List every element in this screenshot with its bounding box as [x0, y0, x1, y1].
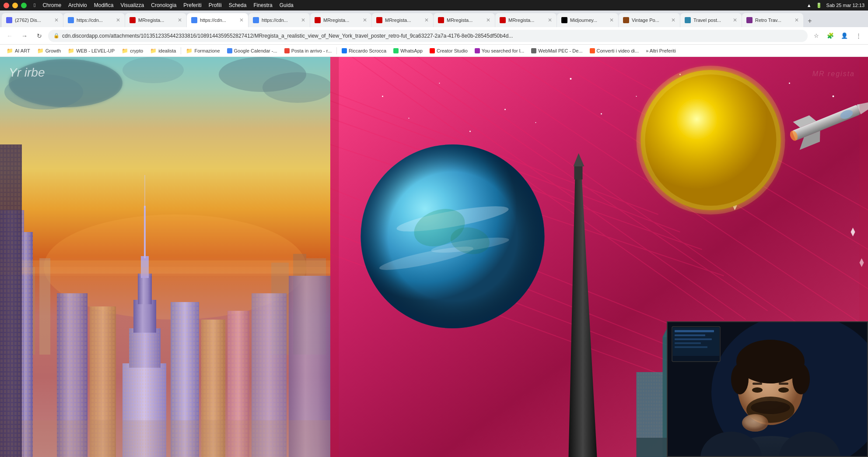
browser-tab-8[interactable]: MRregista... ✕ — [434, 13, 495, 27]
bookmark-label: Converti i video di... — [597, 48, 639, 53]
bookmark-formazione[interactable]: 📁 Formazione — [183, 46, 223, 55]
tab-title-7: MRregista... — [385, 18, 411, 23]
tab-close-3[interactable]: ✕ — [178, 17, 182, 23]
bookmark-favicon — [227, 48, 232, 53]
extensions-icon[interactable]: 🧩 — [824, 30, 836, 42]
bookmark-label: idealista — [158, 48, 176, 53]
tab-title-2: https://cdn... — [77, 18, 103, 23]
tab-close-12[interactable]: ✕ — [733, 17, 737, 23]
bookmark-web-level-up[interactable]: 📁 WEB - LEVEL-UP — [65, 46, 118, 55]
menu-finestra[interactable]: Finestra — [253, 2, 272, 8]
svg-point-8 — [262, 72, 330, 103]
bookmark-label: WhatsApp — [400, 48, 423, 53]
tab-close-7[interactable]: ✕ — [424, 17, 429, 23]
browser-tab-6[interactable]: MRregista... ✕ — [310, 13, 371, 27]
right-watermark: MR regista — [812, 70, 855, 78]
menu-scheda[interactable]: Scheda — [229, 2, 247, 8]
person-svg — [668, 322, 868, 457]
bookmark-creator-studio[interactable]: Creator Studio — [427, 47, 471, 55]
tab-title-1: (2762) Dis... — [15, 18, 41, 23]
toolbar-right: ☆ 🧩 👤 ⋮ — [810, 30, 864, 42]
bookmark-label: WebMail PEC - De... — [538, 48, 582, 53]
new-tab-button[interactable]: + — [804, 15, 816, 27]
bookmark-posta[interactable]: Posta in arrivo - r... — [281, 47, 335, 55]
tab-favicon-9 — [500, 17, 506, 23]
address-bar[interactable]: 🔒 cdn.discordapp.com/attachments/1013512… — [48, 30, 808, 42]
tab-close-11[interactable]: ✕ — [671, 17, 676, 23]
forward-button[interactable]: → — [18, 30, 31, 42]
menu-cronologia[interactable]: Cronologia — [151, 2, 176, 8]
menu-modifica[interactable]: Modifica — [94, 2, 114, 8]
menu-guida[interactable]: Guida — [280, 2, 294, 8]
svg-point-65 — [439, 83, 440, 84]
menu-preferiti[interactable]: Preferiti — [183, 2, 201, 8]
tab-close-13[interactable]: ✕ — [794, 17, 799, 23]
browser-tab-5[interactable]: https://cdn... ✕ — [248, 13, 310, 27]
bookmark-growth[interactable]: 📁 Growth — [34, 46, 64, 55]
menu-profili[interactable]: Profili — [209, 2, 222, 8]
svg-rect-121 — [675, 346, 707, 348]
browser-tab-12[interactable]: Travel post... ✕ — [680, 13, 742, 27]
svg-point-67 — [570, 78, 572, 80]
browser-tab-4-active[interactable]: https://cdn... ✕ — [187, 13, 248, 27]
back-button[interactable]: ← — [4, 30, 16, 42]
tab-close-10[interactable]: ✕ — [609, 17, 614, 23]
tab-close-8[interactable]: ✕ — [486, 17, 490, 23]
bookmark-google-calendar[interactable]: Google Calendar -... — [224, 47, 280, 55]
svg-point-9 — [122, 57, 184, 83]
svg-rect-27 — [144, 206, 146, 258]
menu-visualizza[interactable]: Visualizza — [120, 2, 144, 8]
menu-icon[interactable]: ⋮ — [852, 30, 864, 42]
tab-close-6[interactable]: ✕ — [363, 17, 367, 23]
bookmark-crypto[interactable]: 📁 crypto — [119, 46, 146, 55]
profile-icon[interactable]: 👤 — [838, 30, 850, 42]
wifi-icon: ▲ — [807, 3, 812, 8]
menu-chrome[interactable]: Chrome — [42, 2, 61, 8]
svg-rect-42 — [0, 420, 330, 457]
close-button[interactable] — [4, 3, 9, 8]
bookmark-converti[interactable]: Converti i video di... — [587, 47, 642, 55]
tab-close-2[interactable]: ✕ — [116, 17, 120, 23]
bookmark-favicon — [393, 48, 399, 53]
fullscreen-button[interactable] — [21, 3, 27, 8]
tab-close-9[interactable]: ✕ — [548, 17, 552, 23]
reload-button[interactable]: ↻ — [33, 30, 46, 42]
tab-title-9: MRregista... — [508, 18, 534, 23]
bookmark-webmail[interactable]: WebMail PEC - De... — [528, 47, 585, 55]
bookmark-altri-preferiti[interactable]: » Altri Preferiti — [643, 47, 679, 55]
browser-tab-10[interactable]: Midjourney... ✕ — [557, 13, 618, 27]
browser-tab-9[interactable]: MRregista... ✕ — [495, 13, 556, 27]
bookmark-ai-art[interactable]: 📁 AI ART — [4, 46, 33, 55]
svg-point-134 — [751, 401, 790, 414]
tab-close-4[interactable]: ✕ — [239, 17, 244, 23]
bookmark-label: AI ART — [15, 48, 30, 53]
bookmark-whatsapp[interactable]: WhatsApp — [390, 47, 426, 55]
browser-tab-1[interactable]: (2762) Dis... ✕ — [2, 13, 63, 27]
left-panel-nyc: Yr irbe — [0, 57, 330, 457]
bookmark-favicon — [342, 48, 347, 53]
minimize-button[interactable] — [12, 3, 18, 8]
bookmark-label: You searched for l... — [482, 48, 524, 53]
bookmark-favicon — [531, 48, 536, 53]
svg-point-74 — [469, 131, 471, 132]
tab-close-5[interactable]: ✕ — [301, 17, 305, 23]
webcam-person — [668, 322, 867, 456]
menu-archivio[interactable]: Archivio — [68, 2, 87, 8]
bookmark-you-searched[interactable]: You searched for l... — [472, 47, 527, 55]
tab-title-13: Retro Trav... — [755, 18, 781, 23]
tab-title-10: Midjourney... — [570, 18, 597, 23]
folder-icon: 📁 — [68, 48, 74, 54]
browser-tab-11[interactable]: Vintage Po... ✕ — [619, 13, 680, 27]
browser-tab-2[interactable]: https://cdn... ✕ — [63, 13, 125, 27]
tab-title-8: MRregista... — [447, 18, 472, 23]
bookmark-riccardo[interactable]: Riccardo Scrocca — [339, 47, 389, 55]
browser-tab-7[interactable]: MRregista... ✕ — [372, 13, 433, 27]
tab-favicon-13 — [746, 17, 752, 23]
apple-menu[interactable]:  — [34, 2, 35, 8]
bookmark-star-icon[interactable]: ☆ — [810, 30, 822, 42]
tab-close-1[interactable]: ✕ — [54, 17, 59, 23]
browser-tab-3[interactable]: MRregista... ✕ — [125, 13, 186, 27]
svg-rect-28 — [145, 175, 145, 208]
browser-tab-13[interactable]: Retro Trav... ✕ — [742, 13, 803, 27]
bookmark-idealista[interactable]: 📁 idealista — [147, 46, 179, 55]
